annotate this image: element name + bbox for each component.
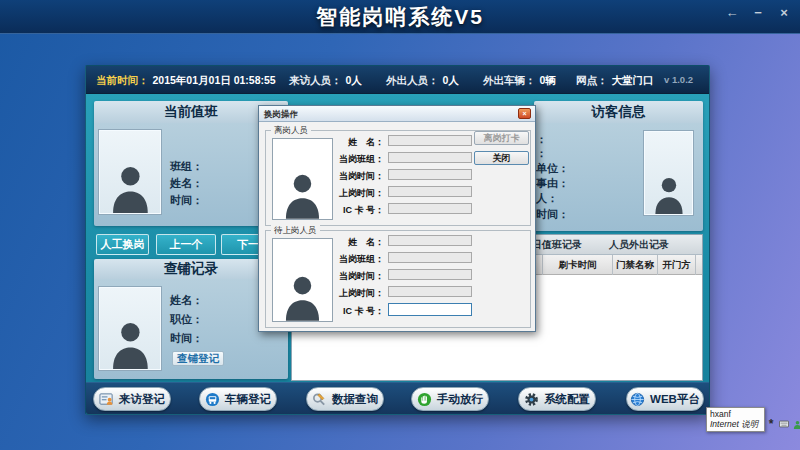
site-label: 网点： [576,66,608,94]
vehicle-register-button[interactable]: 车辆登记 [199,387,277,411]
dialog-title: 换岗操作 [264,106,298,122]
system-config-button[interactable]: 系统配置 [518,387,596,411]
tab-out-records[interactable]: 人员外出记录 [595,235,683,255]
bedcheck-field-name: 姓名： [170,293,203,308]
bedcheck-photo [99,287,161,370]
leaving-name-label: 姓 名： [338,136,384,149]
leaving-team-input[interactable] [388,152,472,163]
incoming-duty-time-label: 当岗时间： [338,270,384,283]
data-query-icon [312,392,327,407]
visitors-label: 来访人员： [289,66,342,94]
bedcheck-field-position: 职位： [170,312,203,327]
person-silhouette-icon [283,272,322,321]
punch-out-button[interactable]: 离岗打卡 [474,131,529,145]
out-people-value: 0人 [443,66,459,94]
data-query-button[interactable]: 数据查询 [306,387,384,411]
ime-star-icon[interactable]: * [766,419,776,429]
current-time-value: 2015年01月01日 01:58:55 [153,66,276,94]
visitor-register-button[interactable]: 来访登记 [93,387,171,411]
incoming-team-input[interactable] [388,252,472,263]
current-time: 当前时间： 2015年01月01日 01:58:55 [96,66,276,94]
close-icon[interactable]: × [776,5,792,21]
out-vehicles-count: 外出车辆： 0辆 [483,66,556,94]
visitor-field-person: 人： [536,191,558,206]
person-silhouette-icon [283,170,322,219]
bedcheck-register-button[interactable]: 查铺登记 [172,351,224,366]
vehicle-register-icon [205,392,220,407]
ime-mode-text: Internet 说明 [710,419,761,429]
leaving-start-time-input[interactable] [388,186,472,197]
ime-person-icon[interactable] [792,419,800,429]
out-vehicles-label: 外出车辆： [483,66,536,94]
toolbar-label: WEB平台 [650,392,700,407]
leaving-ic-card-input[interactable] [388,203,472,214]
visitors-value: 0人 [346,66,362,94]
minimize-icon[interactable]: − [750,5,766,21]
column-spacer [695,255,704,275]
status-bar: 当前时间： 2015年01月01日 01:58:55 来访人员： 0人 外出人员… [86,66,709,94]
leaving-ic-card-label: IC 卡 号： [338,204,384,217]
ime-text: hxanf [710,409,761,419]
incoming-group-label: 待上岗人员 [271,225,320,237]
visitors-count: 来访人员： 0人 [289,66,362,94]
bottom-toolbar: 来访登记 车辆登记 数据查询 手动放行 系统配置 WEB平台 [86,382,709,414]
duty-field-group: 班组： [170,159,203,174]
keyboard-icon[interactable] [779,419,789,429]
leaving-team-label: 当岗班组： [338,153,384,166]
incoming-start-time-input[interactable] [388,286,472,297]
manual-shift-button[interactable]: 人工换岗 [96,234,149,255]
toolbar-label: 来访登记 [119,392,165,407]
toolbar-label: 数据查询 [332,392,378,407]
column-door-name: 门禁名称 [612,255,657,275]
out-people-label: 外出人员： [386,66,439,94]
dialog-close-icon[interactable]: × [518,108,531,119]
system-tray: * [766,419,800,429]
incoming-ic-card-input[interactable] [388,303,472,316]
incoming-name-input[interactable] [388,235,472,246]
duty-field-time: 时间： [170,193,203,208]
site-value: 大堂门口 [612,66,654,94]
bedcheck-field-time: 时间： [170,331,203,346]
out-vehicles-value: 0辆 [540,66,556,94]
back-icon[interactable]: ← [724,5,740,21]
leaving-duty-time-input[interactable] [388,169,472,180]
visitor-field-time: 时间： [536,207,569,222]
app-titlebar: 智能岗哨系统V5 ← − × [0,0,800,34]
incoming-start-time-label: 上岗时间： [338,287,384,300]
incoming-ic-card-label: IC 卡 号： [338,305,384,318]
previous-button[interactable]: 上一个 [156,234,216,255]
visitor-field-2: ： [536,146,547,161]
manual-release-button[interactable]: 手动放行 [411,387,489,411]
visitor-field-unit: 单位： [536,161,569,176]
out-people-count: 外出人员： 0人 [386,66,459,94]
duty-field-name: 姓名： [170,176,203,191]
leaving-start-time-label: 上岗时间： [338,187,384,200]
leaving-name-input[interactable] [388,135,472,146]
visitor-register-icon [99,392,114,407]
column-swipe-time: 刷卡时间 [542,255,612,275]
window-controls: ← − × [724,5,792,21]
app-title: 智能岗哨系统V5 [0,0,800,34]
leaving-duty-time-label: 当岗时间： [338,170,384,183]
visitor-title: 访客信息 [534,101,703,123]
incoming-name-label: 姓 名： [338,236,384,249]
column-door-direction: 开门方向 [657,255,695,275]
person-silhouette-icon [110,318,151,369]
visitor-field-reason: 事由： [536,176,569,191]
dialog-close-button[interactable]: 关闭 [474,151,529,165]
visitor-field-1: ： [536,132,547,147]
visitor-body: ： ： 单位： 事由： 人： 时间： [534,123,703,231]
toolbar-label: 系统配置 [544,392,590,407]
incoming-team-label: 当岗班组： [338,253,384,266]
ime-tooltip: hxanf Internet 说明 [706,407,765,432]
dialog-titlebar[interactable]: 换岗操作 × [259,106,535,122]
visitor-photo [644,131,693,215]
web-platform-button[interactable]: WEB平台 [626,387,704,411]
incoming-photo [272,238,333,322]
shift-change-dialog: 换岗操作 × 离岗人员 姓 名： 当岗班组： 当岗时间： 上岗时间： IC 卡 … [258,105,536,332]
incoming-group: 待上岗人员 姓 名： 当岗班组： 当岗时间： 上岗时间： IC 卡 号： [265,230,531,328]
version-text: v 1.0.2 [664,66,693,94]
duty-photo [99,130,161,214]
incoming-duty-time-input[interactable] [388,269,472,280]
leaving-group-label: 离岗人员 [271,125,311,137]
